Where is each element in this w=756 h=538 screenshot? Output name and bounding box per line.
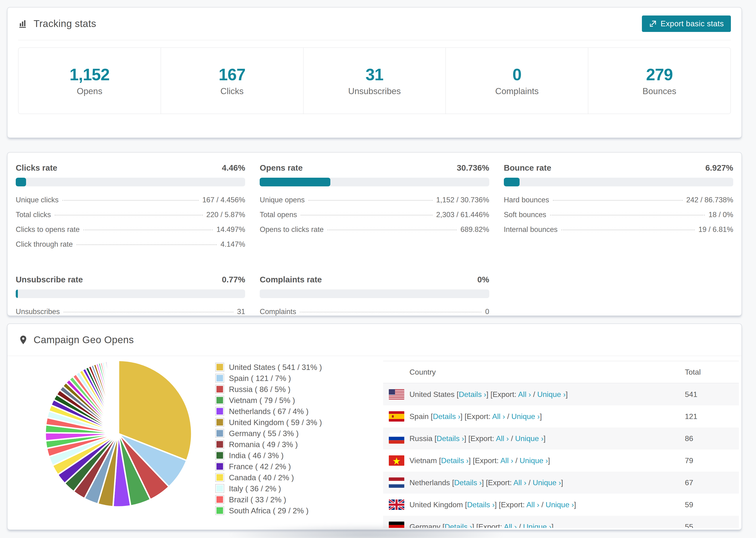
dotted-leader	[561, 230, 695, 230]
legend-item-united-states[interactable]: United States ( 541 / 31% )	[215, 363, 322, 372]
export-all-link-united-kingdom[interactable]: All ›	[526, 501, 539, 509]
rates-card: Clicks rate4.46%Unique clicks167 / 4.456…	[7, 152, 742, 316]
stat-value-bounces: 279	[646, 65, 673, 84]
table-row-spain: Spain [Details ›] [Export: All › / Uniqu…	[383, 405, 739, 427]
dotted-leader	[328, 230, 457, 230]
export-all-link-russia[interactable]: All ›	[496, 434, 509, 443]
legend-item-india[interactable]: India ( 46 / 3% )	[215, 451, 322, 460]
stat-label-opens: Opens	[77, 86, 102, 96]
legend-swatch-united-states	[215, 363, 224, 372]
total-value-spain: 121	[685, 412, 739, 421]
bracket: ]	[548, 456, 550, 465]
detail-row-opens-to-clicks-rate: Opens to clicks rate689.82%	[260, 225, 489, 234]
vn-flag-icon	[389, 456, 404, 466]
legend-item-united-kingdom[interactable]: United Kingdom ( 59 / 3% )	[215, 418, 322, 427]
bracket: ] [	[472, 522, 478, 528]
detail-label: Soft bounces	[504, 211, 546, 219]
progress-fill-opens-rate	[260, 178, 330, 187]
export-all-link-spain[interactable]: All ›	[492, 412, 505, 421]
export-button-label: Export basic stats	[661, 19, 724, 28]
export-unique-link-germany[interactable]: Unique ›	[523, 522, 552, 528]
total-value-russia: 86	[685, 434, 739, 443]
detail-value: 31	[237, 307, 245, 316]
detail-row-total-clicks: Total clicks220 / 5.87%	[16, 211, 245, 219]
slash: /	[517, 522, 523, 528]
legend-item-brazil[interactable]: Brazil ( 33 / 2% )	[215, 495, 322, 504]
detail-value: 0	[485, 307, 489, 316]
progress-fill-bounce-rate	[504, 178, 520, 187]
export-unique-link-russia[interactable]: Unique ›	[515, 434, 544, 443]
detail-label: Total opens	[260, 211, 297, 219]
export-all-link-vietnam[interactable]: All ›	[500, 456, 513, 465]
legend-label-canada: Canada ( 40 / 2% )	[229, 474, 294, 481]
detail-value: 167 / 4.456%	[202, 196, 245, 204]
legend-item-spain[interactable]: Spain ( 121 / 7% )	[215, 374, 322, 383]
legend-item-canada[interactable]: Canada ( 40 / 2% )	[215, 473, 322, 482]
detail-row-click-through-rate: Click through rate4.147%	[16, 240, 245, 248]
legend-item-russia[interactable]: Russia ( 86 / 5% )	[215, 385, 322, 394]
export-prefix: Export:	[501, 501, 527, 509]
export-all-link-united-states[interactable]: All ›	[518, 390, 531, 399]
details-link-united-kingdom[interactable]: Details ›	[467, 501, 495, 509]
details-link-united-states[interactable]: Details ›	[459, 390, 486, 399]
legend-swatch-india	[215, 451, 224, 460]
export-unique-link-united-kingdom[interactable]: Unique ›	[546, 501, 574, 509]
tracking-stats-title: Tracking stats	[33, 18, 96, 29]
detail-label: Total clicks	[16, 211, 51, 219]
country-name: Vietnam	[409, 456, 439, 465]
legend-item-france[interactable]: France ( 42 / 2% )	[215, 462, 322, 471]
export-basic-stats-button[interactable]: Export basic stats	[642, 16, 731, 32]
details-link-vietnam[interactable]: Details ›	[441, 456, 469, 465]
geo-opens-table: CountryTotalUnited States [Details ›] [E…	[383, 361, 739, 528]
export-unique-link-spain[interactable]: Unique ›	[512, 412, 540, 421]
export-all-link-germany[interactable]: All ›	[504, 522, 517, 528]
details-link-spain[interactable]: Details ›	[433, 412, 460, 421]
dotted-leader	[553, 200, 682, 201]
legend-item-romania[interactable]: Romania ( 49 / 3% )	[215, 440, 322, 449]
legend-item-netherlands[interactable]: Netherlands ( 67 / 4% )	[215, 407, 322, 416]
rate-block-clicks-rate: Clicks rate4.46%Unique clicks167 / 4.456…	[16, 163, 245, 248]
rate-title-bounce-rate: Bounce rate	[504, 163, 551, 173]
detail-value: 220 / 5.87%	[206, 211, 245, 219]
export-prefix: Export:	[470, 434, 496, 443]
total-value-germany: 55	[685, 522, 739, 528]
pie-slice-small-45[interactable]	[118, 360, 118, 434]
legend-label-france: France ( 42 / 2% )	[229, 463, 291, 470]
table-row-netherlands: Netherlands [Details ›] [Export: All › /…	[383, 471, 739, 494]
legend-item-germany[interactable]: Germany ( 55 / 3% )	[215, 429, 322, 438]
progress-track-bounce-rate	[504, 178, 733, 187]
rate-title-unsubscribe-rate: Unsubscribe rate	[16, 275, 83, 284]
campaign-geo-opens-body: United States ( 541 / 31% )Spain ( 121 /…	[8, 356, 741, 530]
detail-row-unique-clicks: Unique clicks167 / 4.456%	[16, 196, 245, 204]
detail-value: 1,152 / 30.736%	[436, 196, 489, 204]
details-link-russia[interactable]: Details ›	[437, 434, 464, 443]
export-unique-link-united-states[interactable]: Unique ›	[537, 390, 566, 399]
bracket: ] [	[495, 501, 501, 509]
bracket: ]	[574, 501, 576, 509]
legend-item-italy[interactable]: Italy ( 36 / 2% )	[215, 484, 322, 493]
detail-label: Unique opens	[260, 196, 304, 204]
detail-label: Complaints	[260, 307, 296, 316]
legend-swatch-france	[215, 462, 224, 471]
export-all-link-netherlands[interactable]: All ›	[513, 478, 526, 487]
stat-value-complaints: 0	[513, 65, 521, 84]
export-unique-link-netherlands[interactable]: Unique ›	[533, 478, 561, 487]
legend-item-south-africa[interactable]: South Africa ( 29 / 2% )	[215, 506, 322, 515]
dotted-leader	[300, 312, 481, 312]
dotted-leader	[63, 200, 199, 201]
stat-complaints: 0Complaints	[446, 48, 588, 114]
rate-value-bounce-rate: 6.927%	[705, 163, 733, 173]
dotted-leader	[83, 230, 213, 230]
us-flag-icon	[389, 389, 404, 400]
export-unique-link-vietnam[interactable]: Unique ›	[519, 456, 548, 465]
bracket: [	[439, 456, 441, 465]
bracket: ]	[561, 478, 563, 487]
details-link-germany[interactable]: Details ›	[445, 522, 472, 528]
legend-label-germany: Germany ( 55 / 3% )	[229, 430, 298, 437]
dotted-leader	[77, 244, 217, 245]
legend-label-italy: Italy ( 36 / 2% )	[229, 485, 281, 493]
details-link-netherlands[interactable]: Details ›	[454, 478, 482, 487]
detail-row-internal-bounces: Internal bounces19 / 6.81%	[504, 225, 733, 234]
legend-item-vietnam[interactable]: Vietnam ( 79 / 5% )	[215, 396, 322, 405]
nl-flag-icon	[389, 477, 404, 488]
